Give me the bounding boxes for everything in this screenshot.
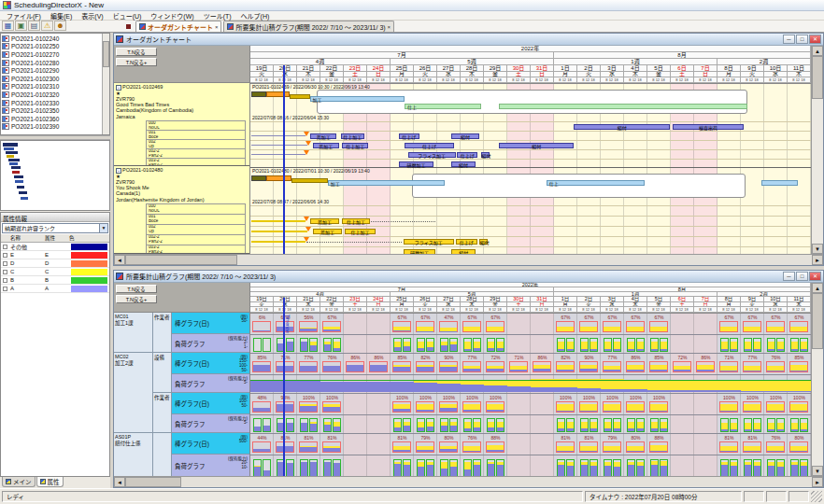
day-bar[interactable]: [743, 361, 761, 372]
capacity-bar[interactable]: [767, 418, 775, 432]
capacity-bar[interactable]: [767, 338, 775, 352]
day-bar[interactable]: [299, 401, 318, 413]
capacity-bar[interactable]: [323, 338, 332, 352]
attribute-row[interactable]: その他: [1, 243, 109, 251]
capacity-bar[interactable]: [463, 418, 472, 432]
capacity-bar[interactable]: [613, 338, 621, 352]
capacity-bar[interactable]: [417, 418, 425, 432]
capacity-bar[interactable]: [650, 338, 659, 352]
attribute-checkbox[interactable]: [1, 270, 9, 274]
day-bar[interactable]: [719, 441, 738, 453]
gantt-bar-green[interactable]: [499, 104, 746, 109]
capacity-bar[interactable]: [636, 459, 645, 476]
capacity-bar[interactable]: [393, 418, 402, 432]
tree-item[interactable]: PO2021-0102390: [2, 123, 101, 132]
capacity-bar[interactable]: [300, 459, 308, 476]
load-horizontal-scrollbar[interactable]: ◄ ►: [114, 476, 823, 487]
capacity-bar[interactable]: [730, 418, 738, 432]
day-bar[interactable]: [439, 321, 458, 332]
day-bar[interactable]: [252, 361, 271, 372]
day-bar[interactable]: [369, 361, 388, 372]
day-bar[interactable]: [299, 321, 318, 332]
capacity-bar[interactable]: [309, 459, 318, 476]
capacity-bar[interactable]: [323, 418, 332, 432]
capacity-bar[interactable]: [403, 338, 411, 352]
day-bar[interactable]: [533, 361, 551, 372]
capacity-bar[interactable]: [496, 418, 504, 432]
capacity-bar[interactable]: [660, 459, 668, 476]
capacity-bar[interactable]: [557, 459, 565, 476]
tree-item[interactable]: PO2021-0102270: [2, 50, 101, 59]
gantt-bar-purple[interactable]: 組付: [481, 152, 490, 158]
chevron-down-icon[interactable]: ▼: [99, 224, 107, 232]
day-bar[interactable]: [719, 321, 738, 332]
gantt-bar-olive[interactable]: [251, 91, 266, 97]
day-bar[interactable]: [486, 441, 504, 453]
day-bar[interactable]: [322, 401, 341, 413]
gantt-bar-ybar[interactable]: 仕上加工: [345, 229, 375, 234]
capacity-bar[interactable]: [753, 459, 761, 476]
capacity-bar[interactable]: [720, 459, 729, 476]
day-bar[interactable]: [556, 441, 575, 453]
day-bar[interactable]: [322, 321, 341, 332]
gantt-bar-tri[interactable]: [304, 217, 309, 221]
gantt-bar-gold[interactable]: [291, 178, 328, 183]
capacity-bar[interactable]: [263, 459, 271, 476]
day-bar[interactable]: [743, 321, 761, 332]
capacity-bar[interactable]: [800, 418, 808, 432]
capacity-bar[interactable]: [300, 418, 308, 432]
tree-item[interactable]: PO2021-0102360: [2, 115, 101, 123]
tab-close-icon[interactable]: ×: [388, 24, 391, 30]
day-bar[interactable]: [416, 321, 434, 332]
capacity-bar[interactable]: [557, 338, 565, 352]
capacity-bar[interactable]: [393, 459, 402, 476]
load-tn-button-1[interactable]: T.N戻る: [116, 285, 157, 293]
day-bar[interactable]: [252, 321, 271, 332]
gantt-bar-span[interactable]: [412, 174, 745, 198]
day-bar[interactable]: [252, 441, 271, 453]
capacity-bar[interactable]: [496, 338, 504, 352]
attribute-row[interactable]: EE: [1, 251, 109, 259]
capacity-bar[interactable]: [720, 418, 729, 432]
day-bar[interactable]: [392, 321, 411, 332]
table-view-icon[interactable]: ▦: [2, 21, 14, 31]
sidebar-tab-メイン[interactable]: メイン: [2, 477, 36, 487]
day-bar[interactable]: [556, 321, 575, 332]
day-bar[interactable]: [626, 361, 645, 372]
gantt-bar-ybar[interactable]: 組付: [479, 239, 489, 245]
capacity-bar[interactable]: [253, 418, 262, 432]
load-tn-button-2[interactable]: T.N戻る+: [116, 295, 157, 303]
capacity-bar[interactable]: [613, 459, 621, 476]
menu-item[interactable]: ヘルプ(H): [236, 11, 275, 21]
day-bar[interactable]: [509, 361, 528, 372]
menu-item[interactable]: ウィンドウ(W): [146, 11, 198, 21]
capacity-bar[interactable]: [800, 459, 808, 476]
gantt-bar-purple[interactable]: 研磨加工: [399, 161, 433, 167]
tree-item[interactable]: PO2021-0102240: [2, 35, 101, 43]
capacity-bar[interactable]: [403, 418, 411, 432]
capacity-bar[interactable]: [627, 459, 635, 476]
menu-item[interactable]: ビュー(U): [108, 11, 147, 21]
day-bar[interactable]: [322, 361, 341, 372]
collapse-icon[interactable]: -: [116, 85, 121, 91]
capacity-bar[interactable]: [767, 459, 775, 476]
capacity-bar[interactable]: [790, 459, 799, 476]
day-bar[interactable]: [462, 401, 481, 413]
day-bar[interactable]: [299, 441, 318, 453]
attribute-checkbox[interactable]: [1, 278, 9, 283]
day-bar[interactable]: [766, 441, 785, 453]
alarm-icon[interactable]: ⚠: [41, 21, 53, 31]
gantt-hscroll-thumb[interactable]: [125, 255, 237, 265]
capacity-bar[interactable]: [660, 418, 668, 432]
tree-item[interactable]: PO2021-0102300: [2, 75, 101, 83]
gantt-bar-purple[interactable]: 仕上げ: [399, 133, 419, 139]
gantt-bar-tri[interactable]: [304, 132, 309, 136]
capacity-bar[interactable]: [440, 418, 448, 432]
day-bar[interactable]: [486, 401, 504, 413]
day-bar[interactable]: [789, 441, 808, 453]
day-bar[interactable]: [579, 321, 598, 332]
tree-item[interactable]: PO2021-0102310: [2, 83, 101, 91]
gantt-bar-tri[interactable]: [305, 141, 311, 146]
capacity-bar[interactable]: [440, 338, 448, 352]
attribute-row[interactable]: DD: [1, 259, 109, 268]
